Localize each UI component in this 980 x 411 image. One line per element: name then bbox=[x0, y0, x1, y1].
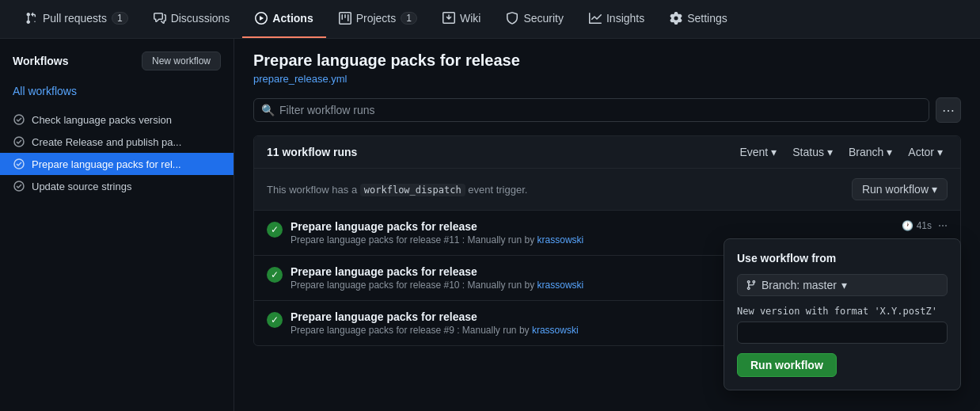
run-status-success-icon-2: ✓ bbox=[267, 267, 283, 283]
projects-icon bbox=[339, 12, 351, 25]
workflow-list: Check language packs version Create Rele… bbox=[0, 108, 234, 197]
run-workflow-popup: Use workflow from Branch: master ▾ New v… bbox=[724, 238, 961, 390]
insights-icon bbox=[589, 12, 602, 25]
run-user-link-3[interactable]: krassowski bbox=[532, 325, 579, 336]
success-check-icon-3: ✓ bbox=[267, 312, 283, 328]
nav-discussions[interactable]: Discussions bbox=[141, 0, 243, 38]
run-status-success-icon: ✓ bbox=[267, 222, 283, 238]
run-user-link[interactable]: krassowski bbox=[537, 234, 584, 245]
sidebar-header: Workflows New workflow bbox=[0, 51, 234, 80]
event-filter[interactable]: Event ▾ bbox=[735, 144, 781, 160]
all-workflows-link[interactable]: All workflows bbox=[0, 80, 234, 102]
security-icon bbox=[506, 12, 518, 25]
actions-icon bbox=[255, 12, 268, 25]
nav-security-label: Security bbox=[523, 12, 564, 25]
branch-chevron-down-icon: ▾ bbox=[841, 279, 847, 291]
runs-filters: Event ▾ Status ▾ Branch ▾ Actor ▾ bbox=[735, 144, 948, 160]
popup-label: Use workflow from bbox=[737, 252, 948, 264]
sidebar-item-create-release[interactable]: Create Release and publish pa... bbox=[0, 131, 234, 153]
nav-actions-label: Actions bbox=[272, 12, 313, 25]
filter-input-wrap: 🔍 bbox=[253, 98, 929, 122]
top-nav: Pull requests 1 Discussions Actions Proj… bbox=[0, 0, 980, 39]
nav-settings-label: Settings bbox=[687, 12, 727, 25]
run-name[interactable]: Prepare language packs for release bbox=[291, 220, 894, 233]
workflow-filename: prepare_release.yml bbox=[253, 73, 961, 85]
nav-security[interactable]: Security bbox=[493, 0, 576, 38]
discussion-icon bbox=[154, 12, 166, 25]
settings-icon bbox=[670, 12, 682, 25]
event-filter-label: Event bbox=[739, 146, 768, 158]
branch-filter[interactable]: Branch ▾ bbox=[844, 144, 897, 160]
nav-projects-label: Projects bbox=[356, 12, 397, 25]
filter-bar: 🔍 ⋯ bbox=[253, 97, 961, 123]
run-duration-value: 41s bbox=[917, 220, 932, 231]
workflow-icon-4 bbox=[13, 180, 25, 192]
sidebar: Workflows New workflow All workflows Che… bbox=[0, 39, 234, 411]
nav-settings[interactable]: Settings bbox=[657, 0, 740, 38]
workflow-title: Prepare language packs for release bbox=[253, 51, 961, 70]
sidebar-item-prepare-language[interactable]: Prepare language packs for rel... bbox=[0, 153, 234, 175]
workflow-icon-3 bbox=[13, 158, 25, 170]
workflow-icon bbox=[13, 113, 25, 126]
branch-filter-label: Branch bbox=[849, 146, 883, 158]
branch-select[interactable]: Branch: master ▾ bbox=[737, 274, 948, 296]
nav-discussions-label: Discussions bbox=[171, 12, 230, 25]
wiki-icon bbox=[443, 12, 455, 25]
run-status-success-icon-3: ✓ bbox=[267, 312, 283, 328]
branch-select-label: Branch: master bbox=[762, 279, 837, 291]
pull-request-icon bbox=[25, 12, 38, 25]
version-label: New version with format 'X.Y.postZ' bbox=[737, 306, 948, 317]
sidebar-item-update-source-label: Update source strings bbox=[32, 181, 131, 192]
new-workflow-button[interactable]: New workflow bbox=[142, 51, 221, 70]
nav-wiki-label: Wiki bbox=[460, 12, 481, 25]
projects-badge: 1 bbox=[401, 12, 417, 25]
sidebar-title: Workflows bbox=[13, 55, 69, 67]
run-workflow-submit-button[interactable]: Run workflow bbox=[737, 353, 837, 377]
status-filter[interactable]: Status ▾ bbox=[788, 144, 838, 160]
nav-pull-requests[interactable]: Pull requests 1 bbox=[13, 0, 141, 38]
version-input[interactable] bbox=[737, 322, 948, 344]
trigger-code: workflow_dispatch bbox=[360, 184, 465, 196]
sidebar-item-check-language-label: Check language packs version bbox=[32, 114, 172, 126]
actor-chevron-icon: ▾ bbox=[937, 146, 943, 158]
run-workflow-chevron-icon: ▾ bbox=[932, 183, 937, 196]
success-check-icon-2: ✓ bbox=[267, 267, 283, 283]
pull-requests-badge: 1 bbox=[112, 12, 128, 25]
run-right: 🕐 41s ⋯ bbox=[902, 220, 948, 231]
branch-icon bbox=[746, 280, 757, 291]
search-icon: 🔍 bbox=[261, 104, 275, 116]
runs-count: 11 workflow runs bbox=[267, 146, 357, 158]
trigger-notice: This workflow has a workflow_dispatch ev… bbox=[254, 169, 960, 211]
clock-icon: 🕐 bbox=[902, 220, 914, 231]
actor-filter-label: Actor bbox=[908, 146, 934, 158]
sidebar-item-create-release-label: Create Release and publish pa... bbox=[32, 136, 181, 148]
nav-projects[interactable]: Projects 1 bbox=[326, 0, 430, 38]
run-more-icon[interactable]: ⋯ bbox=[938, 220, 948, 231]
nav-insights-label: Insights bbox=[606, 12, 644, 25]
sidebar-item-check-language[interactable]: Check language packs version bbox=[0, 108, 234, 131]
sidebar-item-update-source[interactable]: Update source strings bbox=[0, 175, 234, 197]
event-chevron-icon: ▾ bbox=[771, 146, 777, 158]
status-filter-label: Status bbox=[792, 146, 824, 158]
run-workflow-label: Run workflow bbox=[862, 183, 929, 196]
run-workflow-button[interactable]: Run workflow ▾ bbox=[852, 178, 948, 200]
nav-insights[interactable]: Insights bbox=[576, 0, 657, 38]
nav-pull-requests-label: Pull requests bbox=[43, 12, 107, 25]
run-duration: 🕐 41s bbox=[902, 220, 932, 231]
runs-header: 11 workflow runs Event ▾ Status ▾ Branch… bbox=[254, 136, 960, 169]
main-content: Prepare language packs for release prepa… bbox=[234, 39, 980, 411]
more-options-button[interactable]: ⋯ bbox=[936, 97, 961, 123]
filter-input[interactable] bbox=[253, 98, 929, 122]
success-check-icon: ✓ bbox=[267, 222, 283, 238]
trigger-text: This workflow has a workflow_dispatch ev… bbox=[267, 184, 527, 196]
branch-chevron-icon: ▾ bbox=[887, 146, 892, 158]
sidebar-item-prepare-language-label: Prepare language packs for rel... bbox=[32, 158, 181, 170]
workflow-icon-2 bbox=[13, 135, 25, 148]
nav-actions[interactable]: Actions bbox=[242, 0, 325, 38]
nav-wiki[interactable]: Wiki bbox=[430, 0, 493, 38]
main-layout: Workflows New workflow All workflows Che… bbox=[0, 39, 980, 411]
run-user-link-2[interactable]: krassowski bbox=[537, 280, 584, 291]
actor-filter[interactable]: Actor ▾ bbox=[903, 144, 948, 160]
status-chevron-icon: ▾ bbox=[827, 146, 833, 158]
